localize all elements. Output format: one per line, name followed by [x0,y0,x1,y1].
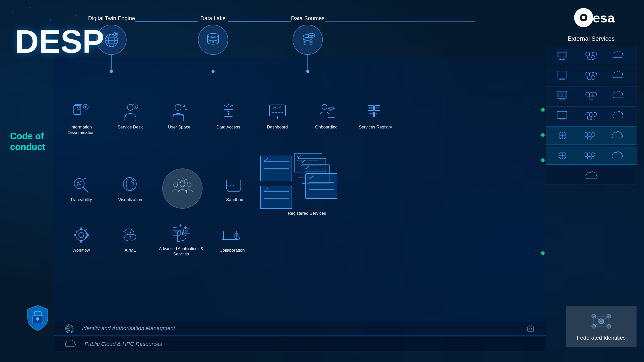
visualization-item[interactable]: Visualization [106,172,155,205]
green-dot-2 [541,133,545,137]
ext-service-row-3[interactable] [546,86,636,104]
advanced-apps-item[interactable]: Advanced Applications & Services [155,219,208,259]
svg-rect-191 [184,229,190,233]
onboarding-item[interactable]: Onboarding [302,99,351,138]
svg-point-58 [308,35,314,37]
dashboard-item[interactable]: Dashboard [253,99,302,138]
services-registry-label: Services Registry [359,124,392,130]
svg-rect-102 [375,106,380,111]
svg-point-83 [224,105,225,106]
sandbox-item[interactable]: </> Sandbox [210,172,259,205]
svg-point-202 [530,328,532,330]
svg-text:i: i [135,105,136,109]
svg-point-133 [187,183,191,187]
ext-service-row-1[interactable] [546,46,636,64]
svg-line-12 [30,8,50,20]
onboarding-label: Onboarding [315,124,338,130]
ext-service-row-5[interactable] [546,126,636,145]
ext-service-row-7[interactable] [546,167,636,185]
svg-rect-203 [557,51,567,58]
data-sources-node: Data Sources [291,15,325,73]
ai-ml-label: AI/ML [125,248,136,253]
svg-point-42 [208,33,219,37]
svg-line-19 [30,8,75,15]
svg-rect-78 [173,114,183,121]
svg-rect-223 [559,93,562,97]
svg-text:i: i [78,108,79,110]
svg-rect-109 [376,107,377,108]
services-registry-item[interactable]: Services Registry [351,99,400,138]
data-access-item[interactable]: Data Access [204,99,253,138]
svg-point-177 [130,232,131,233]
hline-2 [228,21,291,22]
green-dot-3 [541,158,545,162]
workflow-item[interactable]: Workflow [57,222,106,256]
svg-point-183 [124,237,125,238]
hline-ext [325,21,475,22]
svg-point-68 [127,104,133,110]
svg-rect-103 [375,112,380,117]
ext-service-row-2[interactable] [546,66,636,84]
data-lake-vline [213,55,213,70]
svg-text:esa: esa [593,11,615,25]
svg-point-85 [231,105,233,106]
svg-rect-168 [80,228,82,230]
green-dot-1 [541,108,545,112]
code-of-conduct-label: Code of conduct [10,131,50,152]
federated-identities-box[interactable]: Federated Identities [566,306,636,347]
svg-line-140 [239,189,241,192]
traceability-item[interactable]: Traceability [57,172,106,205]
digital-twin-dot [110,70,113,73]
svg-point-182 [123,231,125,232]
svg-rect-232 [557,111,567,118]
top-nodes-section: Digital Twin Engine Dat [88,15,475,73]
svg-point-176 [127,234,129,235]
svg-point-54 [303,42,312,45]
community-circle [162,168,203,209]
svg-point-166 [76,230,87,241]
user-space-item[interactable]: User Space [155,99,204,138]
external-services-title: External Services [546,35,636,42]
svg-line-11 [13,8,30,13]
svg-point-45 [208,40,219,44]
data-sources-vline [307,55,308,70]
service-desk-item[interactable]: i Service Desk [106,99,155,138]
svg-point-134 [177,179,180,183]
information-dissemination-item[interactable]: i Information Dissemination [57,99,106,138]
data-sources-label: Data Sources [291,15,325,22]
svg-rect-90 [272,110,274,112]
sandbox-label: Sandbox [226,197,243,203]
ext-service-row-6[interactable] [546,147,636,165]
registered-services-item[interactable]: Registered Services [259,148,355,214]
ai-ml-item[interactable]: AI/ML [106,222,155,256]
ext-service-row-4[interactable] [546,106,636,124]
data-sources-circle [293,25,323,55]
data-lake-label: Data Lake [200,15,226,22]
advanced-apps-label: Advanced Applications & Services [157,246,205,257]
community-item[interactable] [155,166,210,211]
digital-twin-vline [111,55,112,70]
svg-point-84 [228,104,229,105]
information-dissemination-label: Information Dissemination [59,124,103,135]
svg-line-119 [78,183,80,185]
svg-text:</>: </> [227,183,234,187]
svg-point-136 [181,178,184,181]
svg-rect-82 [228,113,229,115]
identity-bar-label: Identity and Authorisation Managment [82,325,175,332]
data-sources-dot [306,70,309,73]
collaboration-item[interactable]: Collaboration [208,222,257,256]
service-desk-label: Service Desk [117,124,143,130]
cloud-bar-label: Public Cloud & HPC Resources [85,341,162,347]
svg-point-94 [322,104,327,109]
data-lake-circle [198,25,228,55]
svg-rect-110 [378,107,379,108]
lock-shield-icon [25,304,50,332]
green-dot-4 [541,251,545,255]
svg-point-178 [132,234,134,235]
svg-rect-162 [260,186,292,209]
svg-line-139 [227,189,228,192]
svg-point-167 [79,233,84,238]
svg-rect-105 [371,107,373,108]
svg-point-129 [132,180,134,183]
svg-rect-91 [275,108,277,112]
